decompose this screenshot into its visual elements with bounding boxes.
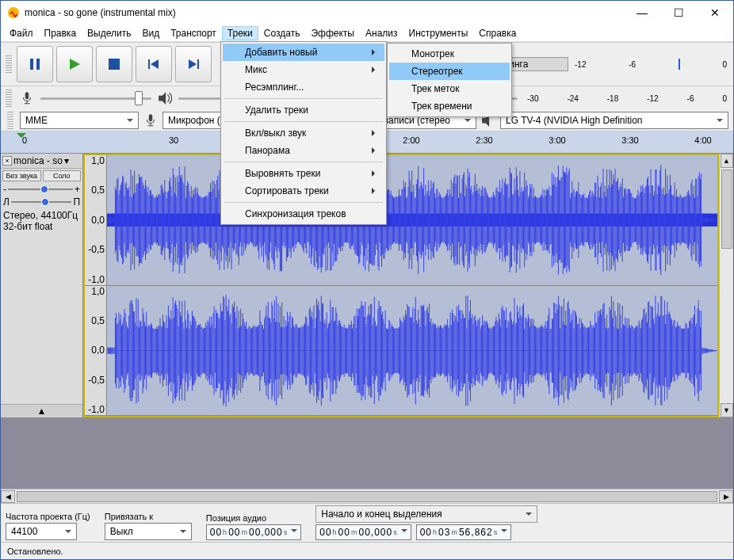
menu-row[interactable]: Выровнять треки — [223, 165, 384, 182]
solo-button[interactable]: Соло — [43, 170, 82, 181]
close-button[interactable]: ✕ — [697, 1, 733, 25]
svg-point-0 — [8, 7, 19, 18]
svg-rect-8 — [197, 59, 199, 69]
maximize-button[interactable]: ☐ — [660, 1, 697, 25]
mute-button[interactable]: Без звука — [2, 170, 41, 181]
svg-marker-6 — [151, 59, 159, 69]
track-pan-slider[interactable]: ЛП — [1, 196, 82, 208]
submenu-row[interactable]: Монотрек — [389, 45, 510, 63]
playback-db-scale: -30-24-18-12-60 — [524, 90, 730, 107]
window-buttons: — ☐ ✕ — [624, 1, 733, 25]
snap-label: Привязать к — [105, 512, 192, 521]
stop-button[interactable] — [96, 46, 132, 82]
track-format-label: Стерео, 44100Гц32-бит float — [1, 208, 82, 234]
skip-start-button[interactable] — [136, 46, 172, 82]
microphone-icon — [20, 91, 34, 105]
menu-row[interactable]: Удалить треки — [223, 101, 384, 119]
grip-icon[interactable] — [7, 112, 13, 129]
menu-row[interactable]: Добавить новый — [223, 44, 384, 61]
selection-start-field[interactable]: 00h00m00,000s — [315, 524, 411, 540]
track-collapse-button[interactable]: ▲ — [1, 404, 82, 417]
play-button[interactable] — [56, 46, 93, 82]
waveform-display[interactable]: 1,00,50,0-0,5-1,0 1,00,50,0-0,5-1,0 — [83, 154, 719, 417]
minimize-button[interactable]: — — [624, 1, 660, 25]
menu-row[interactable]: Ресэмплинг... — [223, 78, 384, 96]
menu-row[interactable]: Панорама — [223, 142, 384, 159]
menu-row[interactable]: Вкл/выкл звук — [223, 124, 384, 142]
vertical-scrollbar[interactable]: ▲ ▼ — [719, 154, 733, 417]
scroll-down-button[interactable]: ▼ — [721, 403, 733, 417]
menu-generate[interactable]: Создать — [258, 26, 306, 40]
menu-help[interactable]: Справка — [473, 26, 522, 40]
snap-combo[interactable]: Выкл — [105, 523, 192, 540]
menu-bar: Файл Правка Выделить Вид Транспорт Треки… — [1, 25, 733, 42]
empty-track-area[interactable] — [1, 417, 733, 489]
record-volume-slider[interactable] — [40, 97, 151, 100]
skip-end-button[interactable] — [175, 46, 212, 82]
menu-view[interactable]: Вид — [136, 26, 165, 40]
app-icon — [7, 6, 20, 19]
timeline-label: 4:00 — [694, 135, 711, 145]
audio-position-label: Позиция аудио — [206, 513, 301, 523]
project-rate-label: Частота проекта (Гц) — [6, 512, 90, 521]
audio-position-field[interactable]: 00h 00m 00,000s — [206, 524, 301, 540]
waveform-left[interactable] — [107, 155, 717, 285]
svg-rect-2 — [36, 59, 40, 70]
audio-host-combo[interactable]: MME — [20, 112, 139, 129]
selection-end-field[interactable]: 00h03m56,862s — [416, 524, 511, 540]
chevron-down-icon[interactable]: ▾ — [64, 155, 69, 166]
scroll-thumb[interactable] — [17, 491, 717, 502]
svg-rect-1 — [30, 59, 33, 70]
svg-rect-5 — [148, 59, 150, 69]
menu-file[interactable]: Файл — [4, 26, 39, 40]
scroll-left-button[interactable]: ◀ — [1, 490, 15, 503]
svg-rect-4 — [109, 59, 120, 70]
menu-row[interactable]: Сортировать треки — [223, 182, 384, 200]
microphone-icon — [143, 113, 158, 128]
svg-rect-19 — [149, 114, 153, 121]
menu-effect[interactable]: Эффекты — [305, 26, 360, 40]
track-header[interactable]: × monica - so ▾ — [1, 154, 82, 169]
timeline-label: 0 — [22, 135, 27, 145]
menu-row[interactable]: Микс — [223, 61, 384, 78]
window-title: monica - so gone (instrumental mix) — [25, 7, 624, 18]
svg-marker-3 — [70, 59, 80, 70]
submenu-row[interactable]: Трек меток — [389, 80, 510, 97]
title-bar: monica - so gone (instrumental mix) — ☐ … — [1, 1, 733, 25]
selection-toolbar: Частота проекта (Гц) 44100 Привязать к В… — [1, 503, 733, 542]
track-control-panel: × monica - so ▾ Без звука Соло -+ ЛП Сте… — [1, 154, 83, 417]
waveform-right[interactable] — [107, 286, 717, 416]
playback-device-combo[interactable]: LG TV-4 (NVIDIA High Definition — [500, 112, 728, 129]
svg-marker-7 — [189, 59, 197, 69]
menu-edit[interactable]: Правка — [39, 26, 82, 40]
scroll-up-button[interactable]: ▲ — [721, 154, 733, 168]
menu-select[interactable]: Выделить — [82, 26, 136, 40]
add-new-submenu: МонотрекСтереотрекТрек метокТрек времени — [387, 43, 512, 117]
scroll-right-button[interactable]: ▶ — [719, 490, 733, 503]
menu-tools[interactable]: Инструменты — [403, 26, 474, 40]
horizontal-scrollbar[interactable]: ◀ ▶ — [1, 489, 733, 503]
track-name: monica - so — [13, 155, 63, 166]
timeline-label: 30 — [169, 135, 178, 145]
status-bar: Остановлено. — [1, 542, 733, 559]
selection-mode-combo[interactable]: Начало и конец выделения — [315, 505, 537, 523]
menu-transport[interactable]: Транспорт — [165, 26, 222, 40]
timeline-label: 3:30 — [621, 135, 638, 145]
menu-row[interactable]: Синхронизация треков — [223, 205, 384, 223]
grip-icon[interactable] — [6, 90, 12, 107]
amplitude-scale: 1,00,50,0-0,5-1,0 — [85, 286, 107, 416]
svg-rect-9 — [25, 92, 29, 99]
submenu-row[interactable]: Трек времени — [389, 97, 510, 115]
track-gain-slider[interactable]: -+ — [1, 183, 82, 196]
track-close-button[interactable]: × — [2, 156, 12, 166]
timeline-label: 2:00 — [403, 135, 419, 145]
amplitude-scale: 1,00,50,0-0,5-1,0 — [85, 155, 107, 285]
scroll-thumb[interactable] — [721, 170, 732, 249]
record-db-scale: -12-60 — [572, 55, 730, 73]
grip-icon[interactable] — [6, 55, 12, 73]
project-rate-combo[interactable]: 44100 — [6, 523, 77, 540]
pause-button[interactable] — [17, 46, 53, 82]
submenu-row[interactable]: Стереотрек — [389, 63, 510, 80]
menu-tracks[interactable]: Треки — [222, 26, 258, 40]
menu-analyze[interactable]: Анализ — [360, 26, 403, 40]
